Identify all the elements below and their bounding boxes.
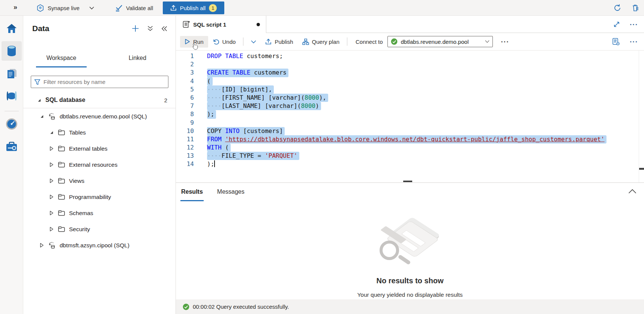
chevron-collapsed-icon[interactable] [49, 194, 54, 199]
query-plan-label: Query plan [312, 39, 339, 45]
pool-select-dropdown[interactable]: dbtlabs.revenue.demo.pool [387, 36, 493, 47]
code-line-9[interactable]: 9 [176, 119, 644, 127]
code-line-14[interactable]: 14); [176, 160, 644, 168]
collapse-all-icon[interactable] [147, 25, 153, 31]
chevron-collapsed-icon[interactable] [49, 227, 54, 232]
tab-messages[interactable]: Messages [216, 183, 245, 201]
folder-icon [58, 194, 65, 200]
properties-icon[interactable] [612, 38, 620, 46]
publish-all-button[interactable]: Publish all 1 [163, 1, 224, 14]
chevron-collapsed-icon[interactable] [39, 243, 44, 248]
tree-item-label: dbtlabs.revenue.demo.pool (SQL) [60, 113, 147, 120]
chevron-collapsed-icon[interactable] [49, 162, 54, 167]
code-line-6[interactable]: 6····[FIRST_NAME] [varchar](8000), [176, 94, 644, 102]
undo-icon [213, 39, 219, 45]
publish-button[interactable]: Publish [261, 36, 297, 48]
tree-item-label: External tables [69, 145, 108, 152]
line-number: 1 [176, 52, 194, 60]
discard-icon[interactable] [631, 3, 640, 12]
nav-integrate-button[interactable] [2, 86, 22, 106]
chevron-down-icon [89, 6, 94, 10]
tree-item-dbtlabs-revenue-demo-pool-sql[interactable]: dbtlabs.revenue.demo.pool (SQL) [23, 108, 176, 124]
run-options-chevron[interactable] [246, 37, 261, 46]
chevron-collapsed-icon[interactable] [49, 146, 54, 151]
tree-item-security[interactable]: Security [23, 221, 176, 237]
code-line-5[interactable]: 5····[ID] [bigint], [176, 85, 644, 94]
chevron-expanded-icon[interactable] [49, 130, 54, 135]
chevron-expanded-icon[interactable] [39, 114, 44, 118]
nav-data-button[interactable] [2, 41, 22, 61]
connect-to-label: Connect to [356, 39, 383, 45]
success-check-icon [183, 304, 189, 310]
nav-manage-button[interactable] [2, 137, 22, 156]
panel-title: Data [32, 24, 50, 33]
chevron-collapsed-icon[interactable] [49, 211, 54, 215]
nav-monitor-button[interactable] [2, 114, 22, 134]
folder-icon [58, 210, 65, 216]
folder-icon [58, 178, 65, 184]
folder-icon [58, 145, 65, 152]
editor-toolbar: Run Undo Publish [176, 33, 644, 51]
chevron-collapsed-icon[interactable] [49, 178, 54, 183]
code-line-12[interactable]: 12WITH ( [176, 144, 644, 152]
tree-item-label: Views [69, 178, 84, 184]
line-number: 12 [176, 144, 194, 152]
run-label: Run [193, 39, 204, 45]
code-line-3[interactable]: 3CREATE TABLE customers [176, 69, 644, 77]
tree-item-views[interactable]: Views [23, 173, 176, 189]
monitor-icon [6, 118, 17, 130]
tree-item-programmability[interactable]: Programmability [23, 189, 176, 205]
tab-more-icon[interactable]: ··· [630, 21, 638, 28]
code-line-10[interactable]: 10COPY INTO [customers] [176, 127, 644, 135]
tree-item-external-tables[interactable]: External tables [23, 141, 176, 157]
query-plan-button[interactable]: Query plan [298, 36, 344, 48]
tab-workspace[interactable]: Workspace [36, 55, 87, 67]
tree-item-dbtmsft-azsyn-cipool-sql[interactable]: dbtmsft.azsyn.cipool (SQL) [23, 237, 176, 253]
expand-panel-icon[interactable]: » [14, 3, 17, 11]
toolbar-more-icon[interactable]: ··· [501, 38, 509, 45]
tree-item-external-resources[interactable]: External resources [23, 157, 176, 173]
toolbar-divider [347, 37, 347, 46]
nav-develop-button[interactable] [2, 64, 22, 83]
line-number: 8 [176, 110, 194, 118]
code-line-13[interactable]: 13····FILE_TYPE = 'PARQUET' [176, 152, 644, 160]
folder-icon [58, 226, 65, 232]
add-icon[interactable] [132, 25, 139, 32]
sql-code-editor[interactable]: 1DROP TABLE customers;23CREATE TABLE cus… [176, 51, 644, 182]
refresh-icon[interactable] [613, 3, 622, 12]
expand-editor-icon[interactable] [613, 21, 620, 28]
code-line-8[interactable]: 8); [176, 110, 644, 118]
publish-count-badge: 1 [209, 4, 217, 12]
code-line-1[interactable]: 1DROP TABLE customers; [176, 52, 644, 60]
validate-all-button[interactable]: Validate all [115, 0, 153, 16]
editor-overview-ruler[interactable] [639, 51, 644, 182]
tab-sql-script-1[interactable]: SQL script 1 [176, 16, 266, 33]
pane-resize-grip[interactable] [403, 181, 412, 182]
tree-item-tables[interactable]: Tables [23, 124, 176, 141]
tree-item-schemas[interactable]: Schemas [23, 205, 176, 221]
code-line-11[interactable]: 11FROM 'https://dbtlabsynapsedatalake.bl… [176, 135, 644, 144]
tab-linked[interactable]: Linked [112, 55, 163, 67]
filter-funnel-icon [34, 79, 41, 85]
code-line-4[interactable]: 4( [176, 77, 644, 85]
filter-input[interactable] [44, 79, 165, 85]
line-number: 3 [176, 69, 194, 77]
editor-more-icon[interactable]: ··· [630, 38, 638, 45]
chevron-expanded-icon[interactable] [37, 98, 42, 102]
results-tab-bar: Results Messages [176, 182, 644, 202]
publish-upload-icon [170, 5, 177, 11]
collapse-pane-icon[interactable] [161, 26, 167, 31]
nav-home-button[interactable] [2, 19, 22, 38]
develop-icon [6, 68, 17, 79]
code-line-2[interactable]: 2 [176, 60, 644, 69]
tree-item-sql-database[interactable]: SQL database2 [23, 92, 176, 108]
code-line-7[interactable]: 7····[LAST_NAME] [varchar](8000) [176, 102, 644, 110]
undo-label: Undo [222, 39, 236, 45]
tab-results[interactable]: Results [180, 183, 204, 201]
mode-selector[interactable]: Synapse live [36, 0, 94, 16]
line-number: 11 [176, 135, 194, 144]
run-button[interactable]: Run [180, 36, 208, 48]
chevron-up-icon[interactable] [628, 189, 636, 194]
database-icon [6, 45, 17, 57]
undo-button[interactable]: Undo [208, 36, 240, 48]
